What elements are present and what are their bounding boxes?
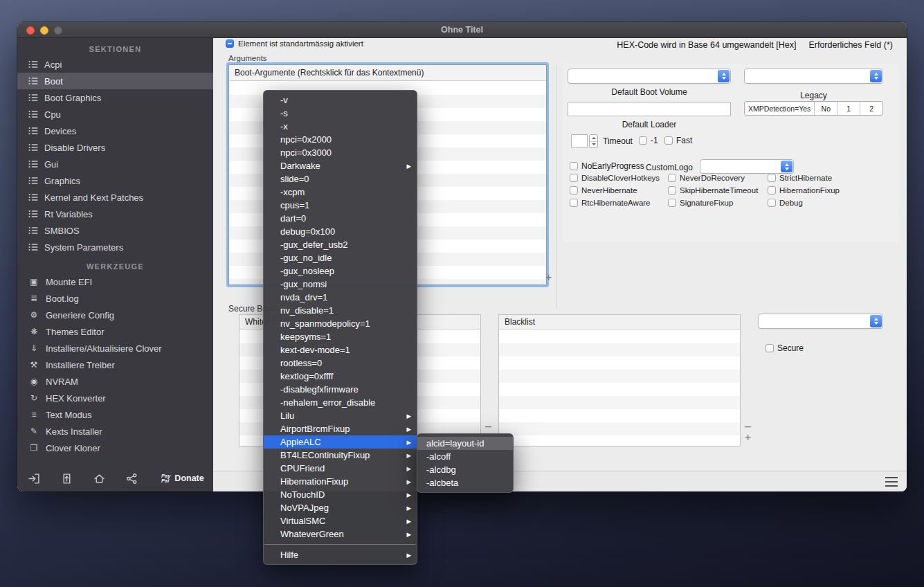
context-menu-item[interactable]: HibernationFixup ▶	[264, 475, 417, 488]
context-menu-item[interactable]: -gux_nosleep ▶	[264, 264, 417, 278]
context-menu-item[interactable]: ▶	[264, 544, 416, 545]
sidebar-section-item[interactable]: Devices	[17, 123, 213, 139]
blacklist-add-button[interactable]: +	[745, 433, 751, 442]
segment-option[interactable]: XMPDetection=Yes	[745, 102, 815, 115]
context-menu-item[interactable]: NoVPAJpeg ▶	[264, 501, 417, 514]
default-loader-field[interactable]	[568, 102, 731, 116]
sidebar-tool-item[interactable]: ≣ Boot.log	[17, 290, 213, 307]
option-checkbox[interactable]: HibernationFixup	[768, 186, 898, 195]
context-menu-item[interactable]: -disablegfxfirmware ▶	[264, 383, 417, 396]
context-menu-item[interactable]: CPUFriend ▶	[264, 462, 417, 475]
sidebar-tool-item[interactable]: ≡ Text Modus	[17, 406, 213, 423]
context-menu-item[interactable]: BT4LEContinuityFixup ▶	[264, 449, 417, 462]
sidebar-section-item[interactable]: Boot	[17, 73, 213, 89]
stepper-up-icon[interactable]	[590, 135, 597, 142]
menu-hamburger-icon[interactable]	[885, 477, 898, 487]
context-menu-item[interactable]: NoTouchID ▶	[264, 488, 417, 501]
context-menu-item[interactable]: cpus=1 ▶	[264, 199, 417, 212]
option-checkbox[interactable]: NeverDoRecovery	[668, 174, 768, 182]
context-menu-item[interactable]: rootless=0 ▶	[264, 356, 417, 370]
secure-boot-policy-select[interactable]	[758, 314, 883, 329]
option-checkbox[interactable]: RtcHibernateAware	[570, 199, 668, 207]
blacklist-table[interactable]: Blacklist	[498, 314, 741, 446]
context-menu-item[interactable]: nvda_drv=1 ▶	[264, 291, 417, 304]
submenu-item[interactable]: alcid=layout-id	[417, 437, 513, 450]
share-icon[interactable]	[126, 473, 138, 485]
timeout-stepper[interactable]	[589, 134, 598, 148]
sidebar-tool-item[interactable]: ▣ Mounte EFI	[17, 273, 213, 290]
context-menu-item[interactable]: npci=0x3000 ▶	[264, 146, 417, 159]
timeout-minus-one-checkbox[interactable]: -1	[639, 136, 658, 145]
default-boot-volume-select[interactable]	[568, 69, 731, 84]
blacklist-remove-button[interactable]: –	[745, 422, 751, 431]
context-menu-item[interactable]: WhateverGreen ▶	[264, 527, 417, 541]
whitelist-remove-button[interactable]: –	[485, 422, 491, 431]
sidebar-section-item[interactable]: Gui	[17, 156, 213, 172]
minimize-button[interactable]	[40, 26, 48, 35]
sidebar-section-item[interactable]: Graphics	[17, 172, 213, 189]
sidebar-section-item[interactable]: Cpu	[17, 106, 213, 123]
timeout-field[interactable]	[571, 134, 588, 148]
default-enabled-checkbox[interactable]: Element ist standartmässig aktiviert	[226, 39, 363, 48]
submenu-item[interactable]: -alcdbg	[417, 463, 513, 476]
sidebar-tool-item[interactable]: ⚒ Installiere Treiber	[17, 356, 213, 373]
no-early-progress-checkbox[interactable]: NoEarlyProgress	[570, 161, 644, 171]
context-menu-item[interactable]: -xcpm ▶	[264, 186, 417, 199]
context-menu-item[interactable]: -s ▶	[264, 107, 417, 120]
stepper-down-icon[interactable]	[590, 142, 597, 148]
sidebar-section-item[interactable]: Kernel and Kext Patches	[17, 189, 213, 206]
segment-option[interactable]: 1	[837, 102, 860, 115]
sidebar-tool-item[interactable]: ❋ Themes Editor	[17, 323, 213, 340]
option-checkbox[interactable]: SkipHibernateTimeout	[668, 186, 768, 195]
context-menu-item[interactable]: AirportBrcmFixup ▶	[264, 422, 417, 435]
segment-option[interactable]: 2	[860, 102, 882, 115]
close-button[interactable]	[26, 26, 35, 35]
legacy-select[interactable]	[744, 69, 883, 84]
option-checkbox[interactable]: SignatureFixup	[668, 199, 768, 207]
context-menu-item[interactable]: VirtualSMC ▶	[264, 514, 417, 527]
context-menu-item[interactable]: kextlog=0xffff ▶	[264, 370, 417, 383]
sidebar-tool-item[interactable]: ❐ Clover Kloner	[17, 440, 213, 456]
context-menu-item[interactable]: debug=0x100 ▶	[264, 225, 417, 238]
context-menu-item[interactable]: -x ▶	[264, 120, 417, 133]
context-menu-item[interactable]: Hilfe ▶	[264, 548, 417, 561]
context-menu-item[interactable]: -gux_nomsi ▶	[264, 278, 417, 291]
option-checkbox[interactable]: NeverHibernate	[570, 186, 668, 195]
context-menu-item[interactable]: dart=0 ▶	[264, 212, 417, 225]
sidebar-section-item[interactable]: Rt Variables	[17, 206, 213, 222]
sidebar-tool-item[interactable]: ◉ NVRAM	[17, 373, 213, 390]
context-menu-item[interactable]: Lilu ▶	[264, 409, 417, 422]
context-menu-item[interactable]: -gux_no_idle ▶	[264, 251, 417, 264]
blacklist-rows[interactable]	[499, 330, 740, 446]
option-checkbox[interactable]: Debug	[768, 199, 898, 207]
context-menu-item[interactable]: kext-dev-mode=1 ▶	[264, 343, 417, 356]
context-menu-item[interactable]: slide=0 ▶	[264, 172, 417, 186]
context-menu-item[interactable]: keepsyms=1 ▶	[264, 330, 417, 343]
sidebar-tool-item[interactable]: ↻ HEX Konverter	[17, 390, 213, 406]
secure-checkbox[interactable]: Secure	[766, 343, 804, 353]
context-menu-item[interactable]: nv_disable=1 ▶	[264, 304, 417, 317]
context-menu-item[interactable]: AppleALC ▶	[264, 435, 417, 449]
context-menu-item[interactable]: nv_spanmodepolicy=1 ▶	[264, 317, 417, 330]
submenu-item[interactable]: -alcbeta	[417, 476, 513, 489]
context-menu-item[interactable]: Darkwake ▶	[264, 159, 417, 172]
context-menu-item[interactable]: npci=0x2000 ▶	[264, 133, 417, 146]
titlebar[interactable]: Ohne Titel	[17, 22, 907, 38]
add-argument-button[interactable]: +	[545, 273, 552, 282]
donate-button[interactable]: Pay Pal Donate	[161, 473, 204, 484]
sidebar-section-item[interactable]: System Parameters	[17, 239, 213, 255]
option-checkbox[interactable]: StrictHibernate	[768, 174, 898, 182]
sidebar-tool-item[interactable]: ⇓ Installiere/Aktualisiere Clover	[17, 340, 213, 356]
login-arrow-icon[interactable]	[28, 473, 40, 485]
export-file-icon[interactable]	[61, 473, 73, 485]
context-menu-item[interactable]: -v ▶	[264, 93, 417, 107]
home-icon[interactable]	[93, 473, 105, 485]
option-checkbox[interactable]: DisableCloverHotkeys	[570, 174, 668, 182]
sidebar-tool-item[interactable]: ⚙ Generiere Config	[17, 307, 213, 323]
sidebar-section-item[interactable]: Boot Graphics	[17, 89, 213, 106]
fast-checkbox[interactable]: Fast	[664, 136, 692, 145]
context-menu-item[interactable]: -gux_defer_usb2 ▶	[264, 238, 417, 251]
segment-option[interactable]: No	[815, 102, 837, 115]
sidebar-section-item[interactable]: Disable Drivers	[17, 139, 213, 156]
sidebar-section-item[interactable]: Acpi	[17, 56, 213, 73]
